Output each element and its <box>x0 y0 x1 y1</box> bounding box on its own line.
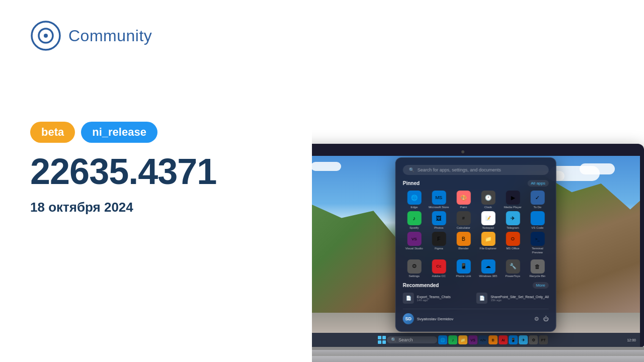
app-calc-label: Calculator <box>457 226 470 230</box>
app-vstudio-icon: VS <box>407 232 421 246</box>
settings-icon[interactable]: ⚙ <box>534 316 539 322</box>
app-msoffice-icon: O <box>506 232 520 246</box>
taskbar-center: 🔍 Search 🌐 ♪ 📁 VS </> B <box>378 335 548 344</box>
more-link[interactable]: More <box>532 282 548 289</box>
app-figma[interactable]: F Figma <box>428 232 450 254</box>
app-spotify-label: Spotify <box>410 226 419 230</box>
app-edge[interactable]: 🌐 Edge <box>403 191 426 209</box>
app-vscode[interactable]: VS Code <box>526 211 549 230</box>
app-clock[interactable]: 🕐 Clock <box>477 191 500 209</box>
app-settings-icon: ⚙ <box>407 259 421 274</box>
app-fileexplorer-icon: 📁 <box>481 232 495 246</box>
app-terminal-icon: >_ <box>530 232 544 246</box>
app-paint-label: Paint <box>460 206 467 209</box>
app-calculator[interactable]: # Calculator <box>452 211 475 230</box>
svg-point-2 <box>44 34 48 38</box>
rec-time-2: 15h ago <box>491 299 549 302</box>
start-menu[interactable]: 🔍 Search for apps, settings, and documen… <box>395 157 556 332</box>
rec-name-2: SharePoint_Site_Set_Read_Only_All <box>491 295 549 299</box>
app-telegram[interactable]: ✈ Telegram <box>502 211 524 230</box>
cloud-2 <box>580 163 615 174</box>
app-blender[interactable]: B Blender <box>452 232 475 254</box>
app-file-explorer[interactable]: 📁 File Explorer <box>477 232 500 254</box>
taskbar-app-2[interactable]: ♪ <box>448 335 457 344</box>
app-spotify[interactable]: ♪ Spotify <box>403 211 426 230</box>
app-spotify-icon: ♪ <box>407 211 421 225</box>
start-menu-search[interactable]: 🔍 Search for apps, settings, and documen… <box>403 165 549 175</box>
app-vstudio[interactable]: VS Visual Studio <box>403 232 426 254</box>
app-phone-link[interactable]: 📱 Phone Link <box>452 259 475 278</box>
start-button[interactable] <box>378 336 386 344</box>
version-number: 22635.4371 <box>30 152 282 192</box>
app-vscode-label: VS Code <box>531 226 543 230</box>
search-icon: 🔍 <box>409 167 415 172</box>
all-apps-link[interactable]: All apps <box>527 180 548 187</box>
app-settings-label: Settings <box>409 275 420 278</box>
taskbar-app-9[interactable]: ✈ <box>519 335 528 344</box>
rec-info-2: SharePoint_Site_Set_Read_Only_All 15h ag… <box>491 295 549 302</box>
app-msoffice-label: MS Office <box>506 247 519 250</box>
app-figma-icon: F <box>432 232 446 246</box>
app-notepad[interactable]: 📝 Notepad <box>477 211 500 230</box>
app-photos[interactable]: 🖼 Photos <box>428 211 450 230</box>
laptop-hinge <box>312 347 644 350</box>
app-notepad-label: Notepad <box>482 226 494 230</box>
left-panel: Community beta ni_release 22635.4371 18 … <box>0 0 312 362</box>
taskbar-app-3[interactable]: 📁 <box>458 335 467 344</box>
app-ms-office[interactable]: O MS Office <box>502 232 524 254</box>
taskbar-search-label: Search <box>398 337 413 342</box>
desktop-background: 🔍 Search for apps, settings, and documen… <box>312 156 640 347</box>
app-notepad-icon: 📝 <box>481 211 495 225</box>
pinned-header: Pinned All apps <box>403 180 549 187</box>
app-adobe-cc[interactable]: Cc Adobe CC <box>428 259 450 278</box>
taskbar-edge[interactable]: 🌐 <box>438 335 447 344</box>
laptop-mockup: 🔍 Search for apps, settings, and documen… <box>312 144 644 362</box>
rec-item-2[interactable]: 📄 SharePoint_Site_Set_Read_Only_All 15h … <box>476 293 549 304</box>
start-menu-footer: SD Svyatoslav Demidov ⚙ ⏻ <box>403 309 549 324</box>
app-figma-label: Figma <box>435 247 443 250</box>
app-powertoys[interactable]: 🔧 PowerToys <box>502 259 524 278</box>
username: Svyatoslav Demidov <box>417 317 453 321</box>
app-todo-label: To Do <box>533 206 541 209</box>
rec-item-1[interactable]: 📄 Export_Teams_Chats 14h ago <box>403 293 474 304</box>
laptop-screen-outer: 🔍 Search for apps, settings, and documen… <box>312 144 644 347</box>
community-logo-icon <box>30 20 61 51</box>
app-telegram-label: Telegram <box>507 226 519 230</box>
app-win365-icon: ☁ <box>481 259 495 274</box>
recommended-header: Recommended More <box>403 282 549 289</box>
power-icon[interactable]: ⏻ <box>543 316 549 322</box>
app-recycle-bin[interactable]: 🗑 Recycle Bin <box>526 259 549 278</box>
rec-icon-1: 📄 <box>403 293 414 304</box>
app-media-player[interactable]: ▶ Media Player <box>502 191 524 209</box>
app-vstudio-label: Visual Studio <box>406 247 423 250</box>
taskbar-time: 12:00 <box>627 338 636 342</box>
search-placeholder: Search for apps, settings, and documents <box>418 167 501 172</box>
app-paint[interactable]: 🎨 Paint <box>452 191 475 209</box>
taskbar-app-8[interactable]: 📱 <box>509 335 518 344</box>
taskbar-app-11[interactable]: PT <box>539 335 548 344</box>
app-win365[interactable]: ☁ Windows 365 <box>477 259 500 278</box>
recommended-items: 📄 Export_Teams_Chats 14h ago 📄 <box>403 293 549 304</box>
app-adobecc-label: Adobe CC <box>432 275 446 278</box>
app-mediaplayer-label: Media Player <box>504 206 522 209</box>
app-photos-icon: 🖼 <box>432 211 446 225</box>
badge-ni-release: ni_release <box>81 122 157 143</box>
taskbar-app-5[interactable]: </> <box>478 335 488 344</box>
app-ms-store[interactable]: MS Microsoft Store <box>428 191 450 209</box>
user-area[interactable]: SD Svyatoslav Demidov <box>403 313 453 324</box>
taskbar-app-10[interactable]: ⚙ <box>529 335 538 344</box>
app-terminal[interactable]: >_ Terminal Preview <box>526 232 549 254</box>
taskbar-app-4[interactable]: VS <box>468 335 477 344</box>
taskbar-app-6[interactable]: B <box>489 335 498 344</box>
app-clock-icon: 🕐 <box>481 191 495 205</box>
rec-time-1: 14h ago <box>417 299 451 302</box>
laptop-body: 🔍 Search for apps, settings, and documen… <box>312 144 644 362</box>
laptop-base <box>312 347 644 356</box>
user-avatar: SD <box>403 313 414 324</box>
app-blender-label: Blender <box>458 247 469 250</box>
taskbar-search[interactable]: 🔍 Search <box>387 336 437 343</box>
app-settings[interactable]: ⚙ Settings <box>403 259 426 278</box>
laptop-bottom <box>312 356 644 362</box>
app-todo[interactable]: ✓ To Do <box>526 191 549 209</box>
taskbar-app-7[interactable]: Ai <box>499 335 508 344</box>
